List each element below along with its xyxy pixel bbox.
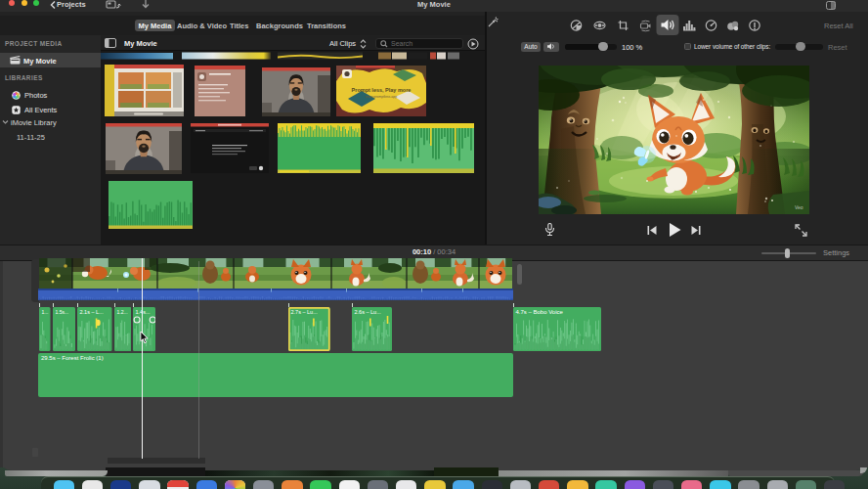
svg-text:Prompt less, Play more: Prompt less, Play more <box>352 87 412 93</box>
svg-text:2.7s – Lu...: 2.7s – Lu... <box>291 309 319 315</box>
svg-text:2.1s – L...: 2.1s – L... <box>80 309 105 315</box>
svg-text:www.promptless.app: www.promptless.app <box>366 95 397 99</box>
svg-text:Veo: Veo <box>795 204 803 210</box>
svg-text:1.5s...: 1.5s... <box>55 309 68 315</box>
svg-text:1...: 1... <box>42 309 49 315</box>
svg-text:2.6s – Lu...: 2.6s – Lu... <box>354 309 381 315</box>
svg-text:1.2...: 1.2... <box>116 309 127 315</box>
svg-text:4.7s – Bobo Voice: 4.7s – Bobo Voice <box>516 309 564 315</box>
